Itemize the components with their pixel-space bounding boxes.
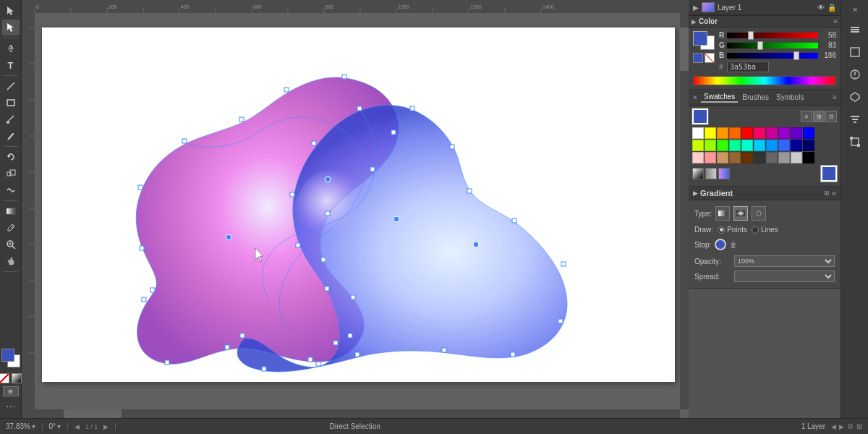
- color-panel-menu-btn[interactable]: ≡: [833, 17, 838, 25]
- zoom-dropdown-btn[interactable]: ▾: [32, 422, 35, 430]
- swatch-cell[interactable]: [705, 168, 717, 179]
- gradient-stop-indicator[interactable]: [715, 239, 726, 250]
- status-prev-page-btn[interactable]: ◀: [831, 423, 836, 430]
- status-panels-btn[interactable]: ⊞: [856, 422, 862, 430]
- right-panel-properties-btn[interactable]: [845, 64, 865, 85]
- gradient-panel-expand-btn[interactable]: ⊞: [824, 190, 830, 197]
- swatch-cell[interactable]: [803, 152, 814, 163]
- r-slider[interactable]: [727, 33, 818, 38]
- swatch-cell[interactable]: [754, 152, 765, 163]
- tool-line[interactable]: [2, 78, 20, 94]
- swatch-cell[interactable]: [705, 140, 716, 151]
- selected-blue-swatch[interactable]: [821, 166, 837, 182]
- vertical-scrollbar[interactable]: [680, 13, 689, 409]
- color-spectrum-bar[interactable]: [693, 76, 836, 85]
- gradient-type-linear-btn[interactable]: [715, 206, 730, 221]
- b-slider-thumb[interactable]: [793, 51, 799, 60]
- swatch-cell[interactable]: [778, 127, 790, 139]
- swatch-grid-view-btn[interactable]: ⊞: [813, 111, 825, 122]
- tool-warp[interactable]: [2, 182, 20, 198]
- swatch-cell[interactable]: [803, 140, 814, 151]
- right-panel-libraries-btn[interactable]: [845, 87, 865, 107]
- layers-expand-btn[interactable]: ▶: [693, 4, 699, 12]
- change-screen-mode-btn[interactable]: ⊞: [3, 386, 19, 396]
- swatch-cell[interactable]: [692, 127, 704, 139]
- color-panel-collapse-btn[interactable]: ▶: [692, 18, 697, 25]
- tool-paintbrush[interactable]: [2, 111, 20, 127]
- swatch-cell[interactable]: [692, 140, 704, 151]
- r-slider-thumb[interactable]: [748, 31, 754, 40]
- tool-pencil[interactable]: [2, 128, 20, 144]
- tab-symbols[interactable]: Symbols: [773, 93, 807, 102]
- swatch-cell[interactable]: [791, 127, 802, 139]
- swatch-view-toggle[interactable]: ≡ ⊞ ⊟: [801, 111, 837, 122]
- gradient-type-freeform-btn[interactable]: ⬡: [752, 206, 766, 221]
- nav-prev-btn[interactable]: ◀: [75, 423, 80, 430]
- tool-rectangle[interactable]: [2, 95, 20, 111]
- swatches-close-btn[interactable]: ✕: [692, 94, 698, 101]
- radio-points-btn[interactable]: [718, 226, 725, 234]
- swatch-cell[interactable]: [778, 140, 790, 151]
- right-panel-collapse-btn[interactable]: ✕: [845, 4, 865, 14]
- swatch-cell[interactable]: [803, 127, 814, 139]
- gradient-stop-delete-btn[interactable]: 🗑: [730, 241, 737, 249]
- swatch-cell[interactable]: [754, 140, 765, 151]
- swatch-cell[interactable]: [766, 140, 778, 151]
- fill-color-box[interactable]: [1, 349, 14, 362]
- swatch-cell[interactable]: [692, 152, 704, 163]
- tool-hand[interactable]: [2, 253, 20, 269]
- swatch-large-view-btn[interactable]: ⊟: [825, 111, 837, 122]
- radio-points[interactable]: Points: [718, 226, 747, 234]
- gradient-expand-arrow[interactable]: ▶: [693, 190, 698, 197]
- status-settings-btn[interactable]: ⚙: [847, 422, 854, 430]
- status-next-page-btn[interactable]: ▶: [839, 423, 844, 430]
- nav-next-btn[interactable]: ▶: [103, 423, 109, 430]
- swatch-cell[interactable]: [741, 152, 753, 163]
- tool-pen[interactable]: [2, 41, 20, 56]
- tool-eyedropper[interactable]: [2, 220, 20, 236]
- swatch-cell[interactable]: [717, 140, 728, 151]
- rotation-dropdown-btn[interactable]: ▾: [57, 422, 61, 430]
- g-slider-thumb[interactable]: [757, 41, 763, 50]
- tool-type[interactable]: T: [2, 57, 20, 73]
- tab-brushes[interactable]: Brushes: [739, 93, 772, 102]
- swatch-cell[interactable]: [717, 127, 728, 139]
- horizontal-scrollbar[interactable]: [35, 409, 680, 418]
- fill-stroke-preview[interactable]: [693, 31, 715, 50]
- swatch-cell[interactable]: [741, 140, 753, 151]
- tool-gradient[interactable]: [2, 203, 20, 219]
- tool-direct-selection[interactable]: [2, 20, 20, 35]
- swatch-cell[interactable]: [705, 152, 716, 163]
- gradient-spread-select[interactable]: [734, 271, 835, 282]
- swatch-cell[interactable]: [766, 152, 778, 163]
- tool-zoom[interactable]: [2, 237, 20, 252]
- solid-fill-icon[interactable]: [693, 53, 703, 63]
- swatch-cell[interactable]: [729, 140, 741, 151]
- swatch-cell[interactable]: [717, 152, 728, 163]
- right-panel-align-btn[interactable]: [845, 109, 865, 129]
- artwork-canvas[interactable]: [42, 27, 675, 382]
- swatch-cell[interactable]: [705, 127, 716, 139]
- radio-lines-btn[interactable]: [752, 226, 759, 234]
- swatch-list-view-btn[interactable]: ≡: [801, 111, 812, 122]
- swatch-cell[interactable]: [766, 127, 778, 139]
- swatch-cell[interactable]: [718, 168, 730, 179]
- right-panel-artboards-btn[interactable]: [845, 42, 865, 62]
- b-slider[interactable]: [727, 53, 818, 59]
- radio-lines[interactable]: Lines: [752, 226, 778, 234]
- layer-lock-icon[interactable]: 🔒: [827, 4, 836, 12]
- swatch-cell[interactable]: [791, 152, 802, 163]
- tab-swatches[interactable]: Swatches: [701, 92, 738, 103]
- hex-input[interactable]: [727, 61, 769, 72]
- gradient-opacity-select[interactable]: 100%: [734, 255, 835, 267]
- tool-rotate[interactable]: [2, 149, 20, 165]
- swatch-cell[interactable]: [791, 140, 802, 151]
- gradient-fill-icon[interactable]: [12, 373, 22, 383]
- tool-scale[interactable]: [2, 166, 20, 182]
- swatch-cell[interactable]: [692, 168, 704, 179]
- right-panel-transform-btn[interactable]: [845, 132, 865, 152]
- swatch-cell[interactable]: [778, 152, 790, 163]
- fill-preview-box[interactable]: [693, 31, 707, 46]
- swatch-cell[interactable]: [741, 127, 753, 139]
- layer-visibility-icon[interactable]: 👁: [817, 4, 825, 12]
